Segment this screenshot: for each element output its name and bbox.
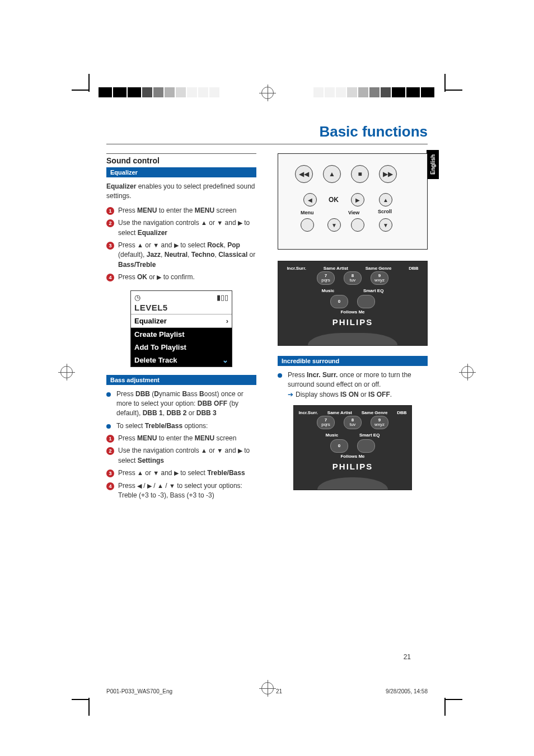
clock-icon: ◷ bbox=[134, 293, 140, 302]
screen-row: Add To Playlist bbox=[131, 341, 232, 354]
step-number-icon: 1 bbox=[106, 207, 114, 215]
blank-button bbox=[301, 218, 314, 232]
key-blank bbox=[357, 295, 375, 308]
two-column-layout: Sound control Equalizer Equalizer enable… bbox=[106, 153, 428, 503]
step-text: Press ◀ / ▶ / ▲ / ▼ to select your optio… bbox=[118, 481, 256, 501]
registration-target-icon bbox=[60, 366, 73, 378]
equalizer-intro: Equalizer enables you to select predefin… bbox=[106, 182, 256, 201]
step-1: 1 Press MENU to enter the MENU screen bbox=[106, 206, 256, 215]
keypad-row: 0 bbox=[278, 295, 427, 308]
label: Same Artist bbox=[327, 410, 352, 415]
follows-label: Follows Me bbox=[278, 309, 427, 314]
step-text: Use the navigation controls ▲ or ▼ and ▶… bbox=[118, 218, 256, 238]
step-text: Press OK or ▶ to confirm. bbox=[118, 273, 256, 282]
step-number-icon: 4 bbox=[106, 274, 114, 281]
bullet-icon bbox=[106, 392, 111, 397]
keypad-mid-labels: Music Smart EQ bbox=[278, 288, 427, 293]
footer-datetime: 9/28/2005, 14:58 bbox=[386, 688, 428, 694]
keypad-row: 7pqrs 8tuv 9wxyz bbox=[278, 271, 427, 285]
key-9: 9wxyz bbox=[371, 416, 388, 429]
label: DBB bbox=[409, 266, 418, 271]
screen-level: LEVEL5 bbox=[131, 303, 232, 314]
keypad-top-labels: Incr.Surr. Same Artist Same Genre DBB bbox=[278, 266, 427, 271]
keypad-row: 0 bbox=[294, 439, 411, 453]
step-2: 2 Use the navigation controls ▲ or ▼ and… bbox=[106, 446, 256, 466]
registration-target-icon bbox=[461, 366, 474, 378]
down-icon: ▼ bbox=[327, 218, 341, 232]
key-7: 7pqrs bbox=[317, 271, 335, 285]
key-0: 0 bbox=[330, 439, 348, 453]
crop-mark bbox=[444, 699, 462, 700]
step-number-icon: 3 bbox=[106, 469, 114, 477]
rewind-icon: ◀◀ bbox=[295, 165, 313, 183]
key-0: 0 bbox=[330, 295, 348, 308]
chevron-right-icon: › bbox=[226, 317, 228, 325]
step-text: Press MENU to enter the MENU screen bbox=[118, 434, 256, 443]
key-8: 8tuv bbox=[344, 416, 362, 429]
label: Incr.Surr. bbox=[298, 410, 318, 415]
step-text: Use the navigation controls ▲ or ▼ and ▶… bbox=[118, 446, 256, 466]
step-number-icon: 3 bbox=[106, 242, 114, 250]
view-label: View bbox=[348, 210, 359, 215]
keypad-scoop bbox=[308, 333, 397, 345]
crop-mark bbox=[72, 699, 90, 700]
label: Music bbox=[326, 433, 339, 438]
content-area: Basic functions English Sound control Eq… bbox=[106, 123, 428, 503]
chevron-down-icon: ⌄ bbox=[222, 356, 228, 364]
brand-label: PHILIPS bbox=[294, 462, 411, 471]
keypad-row: 7pqrs 8tuv 9wxyz bbox=[294, 416, 411, 429]
screen-row: Create Playlist bbox=[131, 328, 232, 341]
label: Same Genre bbox=[366, 266, 392, 271]
crop-mark bbox=[88, 698, 90, 716]
up-small-icon: ▲ bbox=[379, 193, 392, 206]
registration-bar-right bbox=[313, 87, 435, 97]
registration-bar-left bbox=[99, 87, 221, 97]
stop-icon: ■ bbox=[351, 165, 369, 183]
text: Equalizer bbox=[106, 182, 136, 190]
step-text: Press ▲ or ▼ and ▶ to select Rock, Pop (… bbox=[118, 241, 256, 270]
signal-icon: ▮▯▯ bbox=[217, 293, 228, 302]
step-3: 3 Press ▲ or ▼ and ▶ to select Rock, Pop… bbox=[106, 241, 256, 270]
forward-icon: ▶▶ bbox=[379, 165, 397, 183]
step-4: 4 Press OK or ▶ to confirm. bbox=[106, 273, 256, 282]
crop-mark bbox=[444, 90, 462, 91]
brand-label: PHILIPS bbox=[278, 317, 427, 327]
registration-target-icon bbox=[261, 87, 274, 99]
crop-mark bbox=[444, 698, 446, 716]
crop-mark bbox=[72, 90, 90, 91]
label: Incr.Surr. bbox=[287, 266, 306, 271]
down-small-icon: ▼ bbox=[379, 218, 392, 232]
screen-statusbar: ◷ ▮▯▯ bbox=[131, 291, 232, 303]
key-blank bbox=[357, 439, 375, 453]
menu-label: Menu bbox=[301, 210, 314, 215]
section-heading: Sound control bbox=[106, 153, 256, 165]
text: Equalizer bbox=[134, 317, 167, 325]
step-text: Press ▲ or ▼ and ▶ to select Treble/Bass bbox=[118, 468, 256, 478]
step-number-icon: 2 bbox=[106, 447, 114, 455]
keypad-scoop bbox=[317, 477, 388, 490]
label: DBB bbox=[397, 410, 406, 415]
label: Smart EQ bbox=[359, 433, 380, 438]
step-text: Press MENU to enter the MENU screen bbox=[118, 206, 256, 215]
bullet-item: Press DBB (Dynamic Bass Boost) once or m… bbox=[106, 389, 256, 419]
step-text: Press Incr. Surr. once or more to turn t… bbox=[288, 370, 428, 400]
step-number-icon: 4 bbox=[106, 482, 114, 490]
key-7: 7pqrs bbox=[317, 416, 335, 429]
bullet-item: Press Incr. Surr. once or more to turn t… bbox=[278, 370, 428, 400]
label: Music bbox=[322, 288, 335, 293]
remote-keypad-panel: Incr.Surr. Same Artist Same Genre DBB 7p… bbox=[278, 261, 428, 346]
bullet-item: To select Treble/Bass options: bbox=[106, 421, 256, 431]
remote-keypad-panel: Incr.Surr. Same Artist Same Genre DBB 7p… bbox=[293, 405, 412, 490]
label: Same Genre bbox=[362, 410, 388, 415]
label: Smart EQ bbox=[363, 288, 383, 293]
footer-page: 21 bbox=[276, 688, 282, 694]
screen-row-selected: Equalizer › bbox=[131, 314, 232, 328]
keypad-mid-labels: Music Smart EQ bbox=[294, 433, 411, 438]
crop-mark bbox=[444, 74, 446, 92]
key-8: 8tuv bbox=[344, 271, 362, 285]
right-icon: ▶ bbox=[351, 193, 364, 206]
step-number-icon: 2 bbox=[106, 219, 114, 227]
step-1: 1 Press MENU to enter the MENU screen bbox=[106, 434, 256, 443]
screen-row: Delete Track ⌄ bbox=[131, 354, 232, 367]
ok-label: OK bbox=[329, 196, 339, 204]
